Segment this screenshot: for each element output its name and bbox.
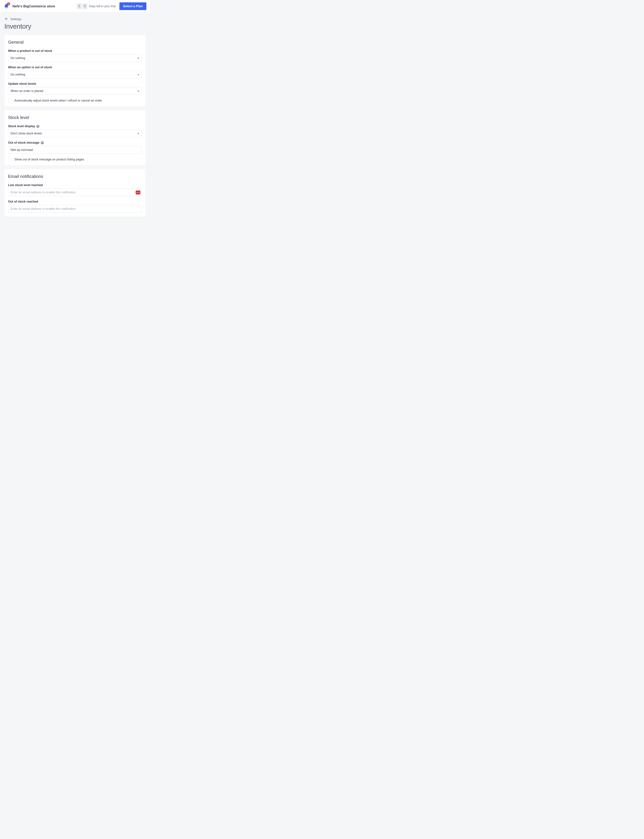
chevron-down-icon: ▼: [137, 57, 139, 59]
stock-display-field: Stock level display ? Don't show stock l…: [8, 125, 142, 137]
help-icon[interactable]: ?: [41, 141, 44, 144]
help-icon[interactable]: ?: [36, 125, 39, 128]
show-on-listing-label: Show out of stock message on product lis…: [15, 158, 84, 161]
arrow-left-icon: [5, 17, 8, 21]
product-oos-value: Do nothing: [11, 56, 25, 60]
chevron-down-icon: ▼: [137, 133, 139, 135]
email-notifications-card: Email notifications Low stock level reac…: [4, 169, 145, 217]
email-title: Email notifications: [8, 174, 142, 179]
store-name: Nefe's BigCommerce store: [12, 4, 55, 8]
option-oos-field: When an option is out of stock Do nothin…: [8, 66, 142, 78]
auto-adjust-row: Automatically adjust stock levels when I…: [8, 99, 142, 102]
breadcrumb-label: Settings: [10, 18, 21, 21]
oos-message-field: Out of stock message ?: [8, 141, 142, 154]
notifications-button[interactable]: 1: [4, 3, 9, 9]
trial-digit-1: 1: [77, 3, 82, 9]
stock-level-title: Stock level: [8, 115, 142, 120]
product-oos-select[interactable]: Do nothing ▼: [8, 54, 142, 62]
low-stock-email-input[interactable]: [8, 189, 142, 196]
update-stock-select[interactable]: When an order is placed ▼: [8, 87, 142, 95]
show-on-listing-checkbox[interactable]: [8, 157, 12, 161]
bell-icon: [4, 7, 9, 9]
oos-email-field: Out of stock reached: [8, 200, 142, 212]
stock-display-label-text: Stock level display: [8, 125, 35, 128]
page-title: Inventory: [4, 23, 145, 30]
auto-adjust-checkbox[interactable]: [8, 99, 12, 102]
trial-text: Days left in your trial.: [89, 5, 116, 8]
page-body: Settings Inventory General When a produc…: [0, 13, 150, 227]
top-bar: 1 Nefe's BigCommerce store 1 5 Days left…: [0, 0, 150, 13]
oos-message-label: Out of stock message ?: [8, 141, 142, 145]
product-oos-field: When a product is out of stock Do nothin…: [8, 49, 142, 62]
stock-display-select[interactable]: Don't show stock levels ▼: [8, 130, 142, 137]
low-stock-field: Low stock level reached: [8, 183, 142, 196]
oos-message-input[interactable]: [8, 146, 142, 154]
password-manager-icon[interactable]: [136, 191, 140, 194]
low-stock-label: Low stock level reached: [8, 183, 142, 187]
update-stock-field: Update stock levels When an order is pla…: [8, 82, 142, 95]
option-oos-select[interactable]: Do nothing ▼: [8, 71, 142, 78]
trial-digit-2: 5: [82, 3, 87, 9]
chevron-down-icon: ▼: [137, 74, 139, 76]
stock-display-value: Don't show stock levels: [11, 132, 42, 135]
oos-message-label-text: Out of stock message: [8, 141, 39, 145]
trial-countdown: 1 5 Days left in your trial.: [77, 3, 116, 9]
breadcrumb[interactable]: Settings: [5, 17, 145, 21]
option-oos-value: Do nothing: [11, 73, 25, 76]
oos-email-input[interactable]: [8, 205, 142, 212]
oos-email-label: Out of stock reached: [8, 200, 142, 203]
chevron-down-icon: ▼: [137, 90, 139, 92]
stock-display-label: Stock level display ?: [8, 125, 142, 128]
show-on-listing-row: Show out of stock message on product lis…: [8, 157, 142, 161]
update-stock-value: When an order is placed: [11, 89, 43, 93]
auto-adjust-label: Automatically adjust stock levels when I…: [15, 99, 102, 102]
general-title: General: [8, 39, 142, 45]
stock-level-card: Stock level Stock level display ? Don't …: [4, 110, 145, 165]
option-oos-label: When an option is out of stock: [8, 66, 142, 69]
general-card: General When a product is out of stock D…: [4, 35, 145, 107]
product-oos-label: When a product is out of stock: [8, 49, 142, 53]
notification-badge: 1: [7, 2, 10, 5]
update-stock-label: Update stock levels: [8, 82, 142, 86]
select-plan-button[interactable]: Select a Plan: [120, 2, 146, 10]
